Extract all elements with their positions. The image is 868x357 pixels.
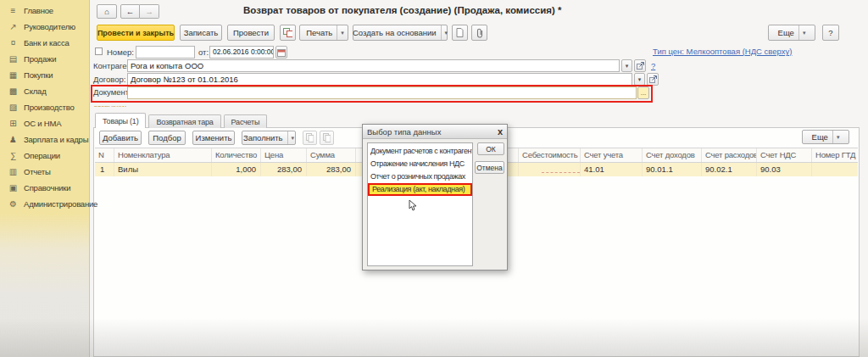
counterparty-dropdown-button[interactable]: ▾ xyxy=(621,59,632,72)
sidebar-item-directories[interactable]: ▣Справочники xyxy=(0,180,89,196)
column-header-vat-account: Счет НДС xyxy=(757,148,812,162)
number-label: Номер: xyxy=(107,47,134,57)
sidebar-item-manager[interactable]: ↗Руководителю xyxy=(0,19,89,35)
home-button[interactable]: ⌂ xyxy=(97,4,117,19)
number-input[interactable] xyxy=(136,46,195,59)
tab-returnable-packaging[interactable]: Возвратная тара xyxy=(148,114,220,128)
cancel-button[interactable]: Отмена xyxy=(475,161,504,174)
sidebar-item-main[interactable]: ≡Главное xyxy=(0,3,89,19)
data-type-dialog: Выбор типа данных x Документ расчетов с … xyxy=(362,124,508,271)
open-link-icon xyxy=(649,75,657,83)
menu-icon: ≡ xyxy=(8,6,19,15)
copy-rows-button[interactable] xyxy=(303,131,317,145)
contract-open-button[interactable] xyxy=(647,73,659,86)
date-input[interactable]: 02.06.2016 0:00:00 xyxy=(209,46,274,59)
window-more-button[interactable]: Еще▾ xyxy=(768,25,815,41)
column-header-nomenclature: Номенклатура xyxy=(114,148,212,162)
column-header-income-account: Счет доходов xyxy=(643,148,702,162)
tab-settlements[interactable]: Расчеты xyxy=(224,114,268,128)
cell-income-account[interactable]: 90.01.1 xyxy=(643,163,702,176)
mouse-cursor-icon xyxy=(409,199,417,211)
ok-button[interactable]: ОК xyxy=(477,142,504,155)
help-button[interactable]: ? xyxy=(822,25,839,41)
dialog-title: Выбор типа данных xyxy=(367,127,441,137)
print-button[interactable]: Печать ▾ xyxy=(299,25,348,41)
cell-nomenclature[interactable]: Вилы xyxy=(114,163,212,176)
price-type-link[interactable]: Тип цен: Мелкооптовая (НДС сверху) xyxy=(653,47,792,56)
document-icon xyxy=(456,28,464,37)
more-label: Еще xyxy=(812,132,828,142)
add-label: Добавить xyxy=(103,133,138,142)
sidebar-item-operations[interactable]: ∑Операции xyxy=(0,148,89,164)
contract-dropdown-button[interactable]: ▾ xyxy=(634,73,645,86)
contract-input[interactable]: Договор №123 от 01.01.2016 xyxy=(127,73,632,86)
attachments-button[interactable] xyxy=(471,25,487,41)
fill-button[interactable]: Заполнить▾ xyxy=(242,131,296,145)
option-retail-sales-report[interactable]: Отчет о розничных продажах xyxy=(368,170,472,183)
calendar-button[interactable] xyxy=(275,46,287,59)
empty-value-underline xyxy=(542,163,580,173)
page-title: Возврат товаров от покупателя (создание)… xyxy=(243,5,561,15)
cell-account[interactable]: 41.01 xyxy=(581,163,643,176)
post-and-close-label: Провести и закрыть xyxy=(97,29,174,37)
pick-label: Подбор xyxy=(153,133,181,142)
debit-credit-button[interactable] xyxy=(280,25,296,41)
nav-back-button[interactable]: ← xyxy=(120,4,140,19)
sidebar-item-bank-cash[interactable]: ¤Банк и касса xyxy=(0,35,89,51)
sidebar-item-label: Руководителю xyxy=(24,22,75,31)
counterparty-open-button[interactable] xyxy=(634,59,646,72)
sidebar-item-label: Справочники xyxy=(24,183,70,192)
pick-button[interactable]: Подбор xyxy=(148,131,186,145)
sidebar-item-label: Покупки xyxy=(24,70,53,80)
sidebar-item-warehouse[interactable]: ▩Склад xyxy=(0,83,89,99)
sidebar-item-label: ОС и НМА xyxy=(24,119,61,128)
related-documents-button[interactable] xyxy=(452,25,468,41)
cell-expense-account[interactable]: 90.02.1 xyxy=(702,163,757,176)
help-icon: ? xyxy=(828,28,832,37)
sidebar-item-reports[interactable]: ▥Отчеты xyxy=(0,164,89,180)
data-type-list: Документ расчетов с контрагентом Отражен… xyxy=(367,142,473,266)
option-settlement-document[interactable]: Документ расчетов с контрагентом xyxy=(368,145,472,158)
sidebar-item-production[interactable]: ▨Производство xyxy=(0,99,89,115)
create-based-on-button[interactable]: Создать на основании▾ xyxy=(353,25,448,41)
post-button[interactable]: Провести xyxy=(227,25,275,41)
cell-price[interactable]: 283,00 xyxy=(261,163,307,176)
cell-vat-account[interactable]: 90.03 xyxy=(757,163,812,176)
shipment-document-choose-button[interactable]: ... xyxy=(637,86,649,99)
sidebar-item-administration[interactable]: ⚙Администрирование xyxy=(0,196,89,212)
sidebar-item-purchases[interactable]: ▦Покупки xyxy=(0,67,89,83)
column-header-cost: Себестоимость xyxy=(519,148,581,162)
write-button[interactable]: Записать xyxy=(180,25,222,41)
paste-rows-button[interactable] xyxy=(320,131,334,145)
sidebar-item-sales[interactable]: ▤Продажи xyxy=(0,51,89,67)
number-checkbox[interactable] xyxy=(95,47,103,55)
chevron-down-icon: ▾ xyxy=(638,76,642,83)
grid-more-button[interactable]: Еще▾ xyxy=(802,130,849,144)
add-row-button[interactable]: Добавить xyxy=(99,131,142,145)
ellipsis-icon: ... xyxy=(641,89,647,97)
tab-goods[interactable]: Товары (1) xyxy=(95,113,146,128)
more-label: Еще xyxy=(778,28,794,37)
post-and-close-button[interactable]: Провести и закрыть xyxy=(97,25,175,41)
cell-sum[interactable]: 283,00 xyxy=(307,163,356,176)
counterparty-help-link[interactable]: ? xyxy=(651,61,655,70)
chevron-down-icon: ▾ xyxy=(337,25,344,40)
edit-row-button[interactable]: Изменить xyxy=(192,131,235,145)
copy-icon xyxy=(306,133,314,142)
cell-gtd[interactable] xyxy=(812,163,858,176)
cell-quantity[interactable]: 1,000 xyxy=(212,163,261,176)
home-icon: ⌂ xyxy=(104,7,109,16)
shipment-document-input[interactable] xyxy=(127,86,637,99)
cell-n[interactable]: 1 xyxy=(95,163,114,176)
option-sales-invoice[interactable]: Реализация (акт, накладная) xyxy=(368,183,472,196)
counterparty-input[interactable]: Рога и копыта ООО xyxy=(127,59,620,72)
sidebar-item-salary-hr[interactable]: ♟Зарплата и кадры xyxy=(0,131,89,148)
column-header-gtd: Номер ГТД xyxy=(812,148,858,162)
close-icon[interactable]: x xyxy=(498,127,503,137)
contract-label: Договор: xyxy=(93,75,126,84)
option-vat-accrual[interactable]: Отражение начисления НДС xyxy=(368,158,472,170)
nav-forward-button[interactable]: → xyxy=(140,4,159,19)
cell-cost[interactable] xyxy=(519,163,581,176)
tab-strip: Товары (1) Возвратная тара Расчеты xyxy=(95,113,270,128)
sidebar-item-fixed-assets[interactable]: ⊞ОС и НМА xyxy=(0,115,89,131)
